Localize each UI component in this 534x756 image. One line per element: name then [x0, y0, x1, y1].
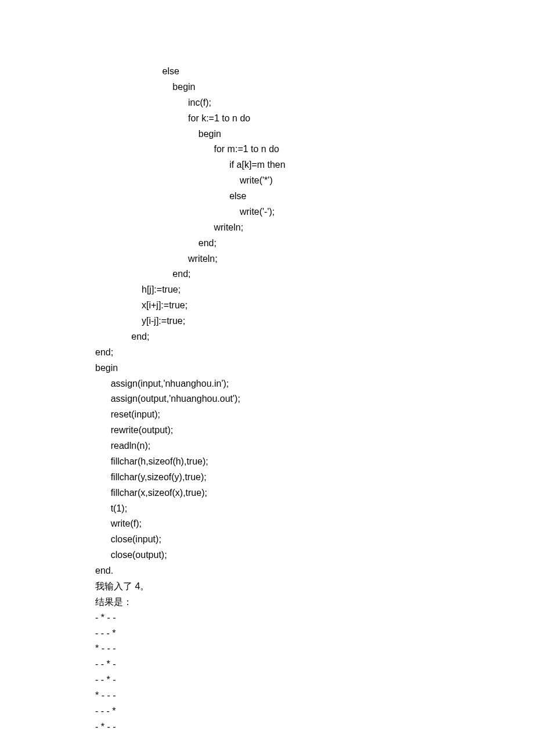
code-line: if a[k]=m then: [95, 157, 534, 173]
code-line: h[j]:=true;: [95, 282, 534, 298]
code-line: assign(input,'nhuanghou.in');: [95, 376, 534, 392]
code-line: assign(output,'nhuanghou.out');: [95, 391, 534, 407]
code-line: * - - -: [95, 688, 534, 704]
code-line: writeln;: [95, 220, 534, 236]
code-line: * - - -: [95, 641, 534, 657]
code-line: 我输入了 4。: [95, 579, 534, 595]
code-line: end;: [95, 267, 534, 282]
code-line: end;: [95, 345, 534, 361]
code-line: y[i-j]:=true;: [95, 314, 534, 329]
code-line: inc(f);: [95, 95, 534, 111]
code-line: close(output);: [95, 548, 534, 563]
code-line: end;: [95, 329, 534, 345]
code-line: - - * -: [95, 672, 534, 688]
code-line: rewrite(output);: [95, 423, 534, 438]
code-line: end;: [95, 236, 534, 251]
code-line: - - - *: [95, 626, 534, 642]
code-line: fillchar(h,sizeof(h),true);: [95, 454, 534, 470]
code-line: begin: [95, 361, 534, 376]
code-line: - - - *: [95, 704, 534, 719]
code-line: begin: [95, 80, 534, 95]
code-document: else begin inc(f); for k:=1 to n do begi…: [95, 64, 534, 735]
code-line: begin: [95, 127, 534, 142]
code-line: - * - -: [95, 610, 534, 626]
code-line: t(1);: [95, 501, 534, 517]
code-line: else: [95, 64, 534, 80]
code-line: write(f);: [95, 516, 534, 532]
code-line: close(input);: [95, 532, 534, 548]
code-line: x[i+j]:=true;: [95, 298, 534, 314]
code-line: fillchar(y,sizeof(y),true);: [95, 470, 534, 485]
code-line: - - * -: [95, 657, 534, 672]
code-line: end.: [95, 563, 534, 579]
code-line: - * - -: [95, 719, 534, 735]
code-line: fillchar(x,sizeof(x),true);: [95, 485, 534, 501]
code-line: for m:=1 to n do: [95, 142, 534, 157]
code-line: write('-');: [95, 204, 534, 220]
code-line: readln(n);: [95, 438, 534, 454]
code-line: write('*'): [95, 173, 534, 189]
code-line: 结果是：: [95, 595, 534, 610]
code-line: writeln;: [95, 251, 534, 267]
code-line: else: [95, 189, 534, 204]
code-line: for k:=1 to n do: [95, 111, 534, 127]
code-line: reset(input);: [95, 407, 534, 423]
